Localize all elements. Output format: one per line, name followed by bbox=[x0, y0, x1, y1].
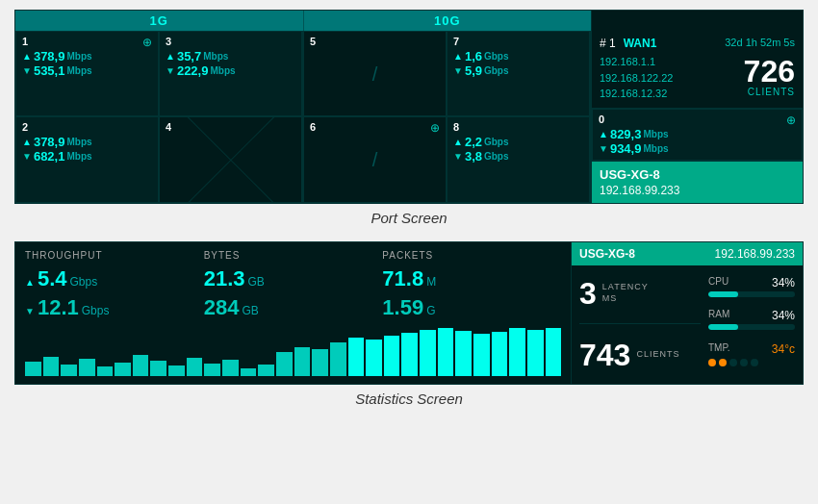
port-7-up: ▲ 1,6 Gbps bbox=[453, 49, 583, 63]
port-0-up-unit: Mbps bbox=[643, 129, 668, 139]
port-3-up: ▲ 35,7 Mbps bbox=[166, 49, 295, 63]
cpu-val: 34% bbox=[772, 276, 795, 290]
ram-bar-bg bbox=[708, 324, 795, 330]
info-left: # 1 WAN1 192.168.1.1 192.168.122.22 192.… bbox=[600, 37, 673, 102]
throughput-up: ▲ 5.4 Gbps bbox=[25, 266, 204, 291]
port-0-num: 0 bbox=[599, 113, 796, 125]
stats-right-body: 3 LATENCYMS 743 CLIENTS CPU 3 bbox=[572, 265, 803, 384]
bytes-up: 21.3 GB bbox=[204, 266, 383, 291]
bar-7 bbox=[150, 361, 166, 376]
port-row-5-7: 5 / 7 ▲ 1,6 Gbps ▼ 5,9 bbox=[303, 31, 590, 116]
bytes-up-unit: GB bbox=[248, 275, 265, 289]
bar-16 bbox=[312, 349, 328, 376]
clients-label-stats: CLIENTS bbox=[636, 349, 679, 361]
stats-values: ▲ 5.4 Gbps ▼ 12.1 Gbps 21.3 GB bbox=[25, 266, 561, 320]
port-0-down: ▼ 934,9 Mbps bbox=[599, 141, 796, 156]
bar-1 bbox=[43, 357, 60, 376]
stats-metrics-left: 3 LATENCYMS 743 CLIENTS bbox=[579, 273, 701, 376]
latency-num: 3 bbox=[579, 278, 597, 309]
throughput-down-unit: Gbps bbox=[82, 304, 110, 317]
stats-screen-caption: Statistics Screen bbox=[14, 391, 804, 407]
clients-num: 743 bbox=[579, 340, 630, 370]
port-row-1: 1 ⊕ ▲ 378,9 Mbps ▼ 535,1 Mbps bbox=[15, 31, 302, 116]
tmp-dot-1 bbox=[708, 359, 716, 366]
arrow-up-icon: ▲ bbox=[25, 277, 35, 288]
tmp-dot-2 bbox=[719, 359, 727, 366]
arrow-up-icon: ▲ bbox=[22, 51, 32, 62]
tmp-label-row: TMP. 34°c bbox=[708, 342, 795, 356]
ip-1: 192.168.1.1 bbox=[600, 54, 673, 70]
ram-gauge: RAM 34% bbox=[708, 309, 795, 330]
port-3: 3 ▲ 35,7 Mbps ▼ 222,9 Mbps bbox=[159, 31, 302, 116]
port-2: 2 ▲ 378,9 Mbps ▼ 682,1 Mbps bbox=[15, 116, 159, 202]
tmp-val: 34°c bbox=[772, 342, 795, 356]
metric-divider bbox=[579, 323, 701, 324]
tmp-dots bbox=[708, 359, 795, 366]
arrow-down-icon: ▼ bbox=[25, 306, 35, 316]
arrow-down-icon: ▼ bbox=[599, 143, 608, 154]
port-8-down-val: 3,8 bbox=[465, 149, 482, 164]
bar-17 bbox=[330, 342, 346, 376]
cpu-label: CPU bbox=[708, 276, 729, 290]
throughput-up-val: 5.4 bbox=[38, 266, 67, 291]
stats-left: THROUGHPUT BYTES PACKETS ▲ 5.4 Gbps ▼ 12… bbox=[15, 242, 572, 384]
port-screen-caption: Port Screen bbox=[14, 210, 804, 226]
bar-11 bbox=[222, 360, 239, 376]
header-1g: 1G bbox=[15, 11, 303, 31]
port-7-num: 7 bbox=[453, 36, 583, 47]
cpu-bar-fill bbox=[708, 291, 738, 297]
bytes-header: BYTES bbox=[204, 250, 383, 261]
port-8-down-unit: Gbps bbox=[484, 151, 509, 162]
ports-1g: 1 ⊕ ▲ 378,9 Mbps ▼ 535,1 Mbps bbox=[15, 31, 303, 203]
bar-25 bbox=[473, 334, 490, 376]
ram-label-row: RAM 34% bbox=[708, 309, 795, 322]
packets-header: PACKETS bbox=[382, 250, 561, 261]
device-ip: 192.168.99.233 bbox=[600, 184, 795, 197]
ram-bar-fill bbox=[708, 324, 738, 330]
port-7-down-unit: Gbps bbox=[484, 65, 509, 76]
bar-23 bbox=[438, 328, 454, 376]
arrow-up-icon: ▲ bbox=[453, 51, 463, 62]
port-7-up-unit: Gbps bbox=[484, 51, 509, 62]
port-0-globe: ⊕ bbox=[786, 113, 796, 127]
bar-4 bbox=[97, 366, 114, 376]
throughput-down: ▼ 12.1 Gbps bbox=[25, 295, 204, 320]
port-8-down: ▼ 3,8 Gbps bbox=[453, 149, 583, 164]
ip-list: 192.168.1.1 192.168.122.22 192.168.12.32 bbox=[600, 54, 673, 102]
port-screen: 1G 10G 1 ⊕ ▲ 378,9 Mbps bbox=[14, 10, 804, 204]
bytes-down-val: 284 bbox=[204, 295, 240, 320]
device-info: USG-XG-8 192.168.99.233 bbox=[592, 162, 803, 203]
port-header: 1G 10G bbox=[15, 11, 803, 31]
port-1-num: 1 bbox=[22, 36, 152, 47]
header-10g: 10G bbox=[303, 11, 592, 31]
bar-27 bbox=[509, 328, 525, 376]
port-7-down-val: 5,9 bbox=[465, 63, 482, 78]
packets-down-unit: G bbox=[426, 304, 435, 317]
bar-15 bbox=[294, 347, 311, 376]
bar-26 bbox=[492, 332, 508, 376]
arrow-up-icon: ▲ bbox=[453, 137, 463, 147]
bar-12 bbox=[241, 368, 257, 376]
bytes-down: 284 GB bbox=[204, 295, 383, 320]
tmp-gauge: TMP. 34°c bbox=[708, 342, 795, 366]
bytes-down-unit: GB bbox=[242, 304, 258, 317]
bar-20 bbox=[384, 336, 400, 376]
packets-up-unit: M bbox=[426, 275, 436, 289]
port-0-down-unit: Mbps bbox=[643, 143, 668, 154]
port-3-down-val: 222,9 bbox=[177, 63, 209, 78]
port-0-up-val: 829,3 bbox=[610, 127, 642, 141]
port-screen-section: 1G 10G 1 ⊕ ▲ 378,9 Mbps bbox=[14, 10, 804, 236]
stats-right-header: USG-XG-8 192.168.99.233 bbox=[572, 242, 803, 265]
bar-21 bbox=[401, 333, 418, 376]
arrow-down-icon: ▼ bbox=[166, 65, 175, 76]
port-5: 5 / bbox=[303, 31, 447, 116]
cpu-gauge: CPU 34% bbox=[708, 276, 795, 297]
info-panel: # 1 WAN1 192.168.1.1 192.168.122.22 192.… bbox=[591, 31, 803, 203]
port-8-up: ▲ 2,2 Gbps bbox=[453, 135, 583, 149]
info-top: # 1 WAN1 192.168.1.1 192.168.122.22 192.… bbox=[592, 31, 803, 109]
bar-13 bbox=[258, 365, 274, 376]
port-2-down: ▼ 682,1 Mbps bbox=[22, 149, 152, 164]
port-1-globe: ⊕ bbox=[142, 36, 152, 49]
port-5-slash: / bbox=[372, 63, 378, 85]
tmp-dot-3 bbox=[729, 359, 737, 366]
